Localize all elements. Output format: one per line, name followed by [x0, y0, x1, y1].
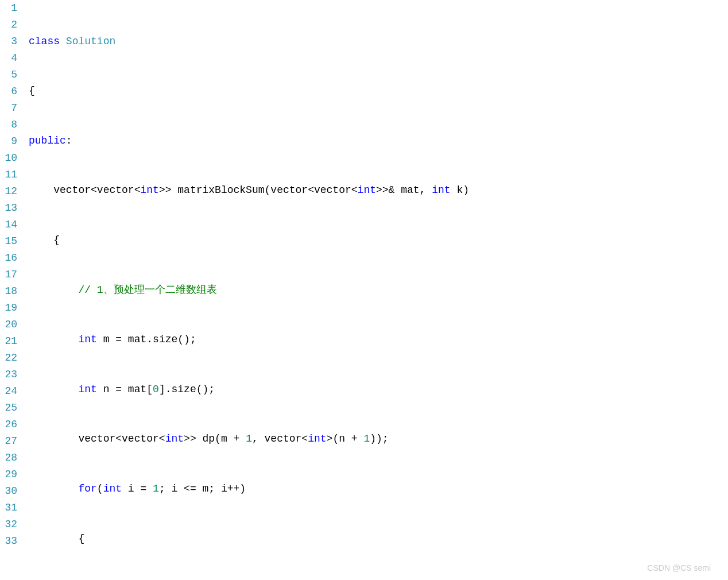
watermark: CSDN @CS semi — [647, 562, 711, 574]
line-number: 30 — [0, 483, 17, 500]
line-number: 7 — [0, 100, 17, 117]
code-line: // 1、预处理一个二维数组表 — [29, 282, 728, 299]
line-number: 13 — [0, 200, 17, 216]
code-line: { — [29, 83, 728, 99]
line-number: 32 — [0, 516, 17, 533]
line-number: 20 — [0, 316, 17, 333]
line-number: 23 — [0, 366, 17, 383]
code-line: for(int i = 1; i <= m; i++) — [29, 481, 728, 497]
line-number: 31 — [0, 500, 17, 516]
code-line: vector<vector<int>> matrixBlockSum(vecto… — [29, 182, 728, 199]
line-gutter: 1234567891011121314151617181920212223242… — [0, 0, 29, 580]
line-number: 17 — [0, 266, 17, 283]
line-number: 27 — [0, 433, 17, 450]
line-number: 18 — [0, 283, 17, 300]
line-number: 19 — [0, 300, 17, 316]
code-line: int n = mat[0].size(); — [29, 381, 728, 398]
line-number: 6 — [0, 83, 17, 100]
line-number: 29 — [0, 466, 17, 483]
code-line: public: — [29, 133, 728, 149]
line-number: 2 — [0, 17, 17, 33]
line-number: 24 — [0, 383, 17, 400]
line-number: 15 — [0, 233, 17, 250]
line-number: 14 — [0, 216, 17, 233]
line-number: 26 — [0, 416, 17, 433]
line-number: 33 — [0, 533, 17, 550]
line-number: 28 — [0, 450, 17, 466]
code-line: vector<vector<int>> dp(m + 1, vector<int… — [29, 431, 728, 447]
code-editor: 1234567891011121314151617181920212223242… — [0, 0, 728, 580]
line-number: 1 — [0, 0, 17, 17]
line-number: 21 — [0, 333, 17, 350]
line-number: 4 — [0, 50, 17, 67]
line-number: 3 — [0, 33, 17, 50]
line-number: 16 — [0, 250, 17, 266]
code-area[interactable]: class Solution { public: vector<vector<i… — [29, 0, 728, 580]
code-line: int m = mat.size(); — [29, 331, 728, 348]
line-number: 11 — [0, 167, 17, 183]
code-line: class Solution — [29, 33, 728, 50]
code-line: { — [29, 531, 728, 547]
line-number: 25 — [0, 400, 17, 416]
line-number: 5 — [0, 67, 17, 83]
line-number: 12 — [0, 183, 17, 200]
code-line: { — [29, 232, 728, 249]
line-number: 10 — [0, 150, 17, 167]
line-number: 22 — [0, 350, 17, 366]
line-number: 9 — [0, 133, 17, 150]
line-number: 8 — [0, 117, 17, 133]
